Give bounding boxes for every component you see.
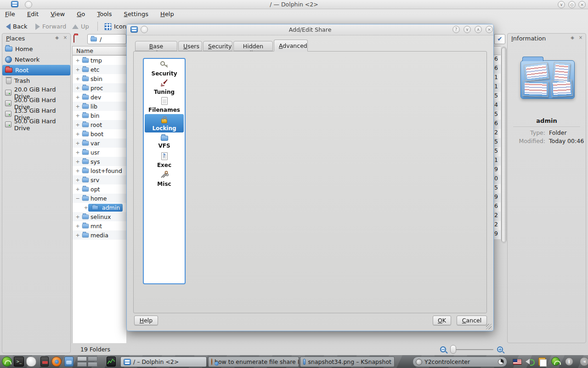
tree-row[interactable]: +root <box>73 120 126 129</box>
sidebar-item-trash[interactable]: Trash <box>2 75 70 86</box>
up-button[interactable]: Up <box>69 21 92 32</box>
pager-cell[interactable] <box>77 362 87 367</box>
firefox-icon[interactable] <box>51 356 62 367</box>
expander-icon[interactable]: + <box>75 177 80 183</box>
tree-row[interactable]: +var <box>73 138 126 148</box>
tree-row[interactable]: +opt <box>73 184 126 194</box>
tree-row[interactable]: +usr <box>73 148 126 157</box>
suse-mascot-icon[interactable] <box>26 356 36 367</box>
expander-icon[interactable]: + <box>75 94 80 100</box>
tab-advanced[interactable]: Advanced <box>274 40 308 52</box>
close-icon[interactable]: × <box>486 26 493 33</box>
zoom-out-icon[interactable]: − <box>440 346 446 352</box>
dialog-titlebar[interactable]: Add/Edit Share ? ∨ ∧ × <box>127 24 493 35</box>
expander-icon[interactable]: + <box>75 58 80 63</box>
tree-row[interactable]: +selinux <box>73 212 126 221</box>
sidebar-item-tuning[interactable]: Tuning <box>144 77 185 96</box>
tree-row[interactable]: +bin <box>73 111 126 120</box>
system-monitor-icon[interactable] <box>107 356 116 367</box>
tree-row[interactable]: +media <box>73 230 126 240</box>
help-window-icon[interactable]: ? <box>452 26 460 33</box>
tree-row[interactable]: +sbin <box>73 74 126 83</box>
zoom-slider-track[interactable] <box>451 349 493 350</box>
taskbar-entry-ksnapshot[interactable]: snapshot34.png – KSnapshot <box>300 356 395 367</box>
terminal-icon[interactable]: >_ <box>14 356 24 367</box>
tree-row[interactable]: +lost+found <box>73 166 126 175</box>
expander-icon[interactable]: + <box>75 159 80 165</box>
tree-row[interactable]: +etc <box>73 65 126 74</box>
expander-icon[interactable]: + <box>75 131 80 137</box>
sidebar-item-security[interactable]: Security <box>144 59 185 77</box>
zoom-in-icon[interactable]: + <box>497 346 503 352</box>
pager-cell[interactable] <box>88 356 97 361</box>
float-panel-icon[interactable]: ◈ <box>54 35 60 40</box>
back-button[interactable]: Back <box>3 21 31 32</box>
desktop-pager[interactable] <box>77 356 97 367</box>
volume-icon[interactable] <box>526 359 530 364</box>
menu-file[interactable]: File <box>0 9 20 17</box>
window-titlebar[interactable]: / — Dolphin <2> ∨ ◇ × <box>0 0 588 9</box>
close-panel-icon[interactable]: × <box>62 35 68 40</box>
sidebar-item-vfs[interactable]: VFS <box>144 132 185 151</box>
close-panel-icon[interactable]: × <box>577 35 584 40</box>
close-icon[interactable]: × <box>578 1 586 8</box>
location-bar[interactable]: / <box>87 34 126 44</box>
menu-help[interactable]: Help <box>155 9 179 17</box>
resize-grip[interactable] <box>486 324 492 329</box>
expander-icon[interactable]: + <box>75 232 80 238</box>
expander-icon[interactable]: − <box>75 196 80 201</box>
expander-icon[interactable]: + <box>75 67 80 73</box>
ok-button[interactable]: OK <box>433 316 451 325</box>
cancel-button[interactable]: Cancel <box>457 316 487 325</box>
tree-row-admin[interactable]: +admin <box>73 203 126 212</box>
tree-row[interactable]: +dev <box>73 92 126 102</box>
tree-row[interactable]: +boot <box>73 129 126 138</box>
sidebar-item-misc[interactable]: Misc <box>144 169 185 188</box>
float-panel-icon[interactable]: ◈ <box>569 35 576 40</box>
panel-hide-icon[interactable]: ◂ <box>580 357 588 366</box>
taskbar-entry-firefox[interactable]: how to enumerate file share I <box>208 356 299 367</box>
scrollbar-thumb[interactable] <box>502 47 506 242</box>
minimize-icon[interactable]: ∨ <box>558 1 565 8</box>
info-tray-icon[interactable]: i <box>565 357 573 366</box>
sidebar-item-drive-50b[interactable]: 50.0 GiB Hard Drive <box>2 119 70 130</box>
zoom-slider-handle[interactable] <box>450 345 456 354</box>
pager-cell[interactable] <box>88 362 97 367</box>
package-tool-icon[interactable] <box>40 356 49 367</box>
tab-base-settings[interactable]: Base Settings <box>135 41 177 51</box>
root-folder-icon[interactable] <box>74 35 74 43</box>
column-header-name[interactable]: Name <box>72 46 126 55</box>
expander-icon[interactable]: + <box>75 122 80 128</box>
tree-row[interactable]: +tmp <box>73 56 126 65</box>
expander-icon[interactable]: + <box>75 76 80 82</box>
tab-users[interactable]: Users <box>178 41 202 51</box>
forward-button[interactable]: Forward <box>32 21 69 32</box>
expander-icon[interactable]: + <box>75 140 80 146</box>
sidebar-item-network[interactable]: Network <box>2 54 70 65</box>
menu-settings[interactable]: Settings <box>119 9 153 17</box>
sidebar-item-root[interactable]: Root <box>2 65 70 75</box>
sidebar-item-home[interactable]: Home <box>2 44 70 54</box>
menu-view[interactable]: View <box>45 9 70 17</box>
location-accept-icon[interactable]: ✔ <box>494 34 505 44</box>
expander-icon[interactable]: + <box>75 85 80 91</box>
expander-icon[interactable]: + <box>75 168 80 174</box>
opensuse-launcher-icon[interactable] <box>2 356 12 367</box>
expander-icon[interactable]: + <box>75 214 80 220</box>
shade-icon[interactable]: ∨ <box>464 26 471 33</box>
sidebar-item-exec[interactable]: ? Exec <box>144 151 185 169</box>
tree-row[interactable]: +sys <box>73 157 126 166</box>
expander-icon[interactable]: + <box>75 113 80 119</box>
sidebar-item-locking[interactable]: Locking <box>145 114 184 132</box>
help-button[interactable]: Help <box>134 316 158 325</box>
pager-cell-active[interactable] <box>77 356 87 361</box>
menu-tools[interactable]: Tools <box>92 9 117 17</box>
tab-security[interactable]: Security <box>203 41 232 51</box>
tree-row[interactable]: +mnt <box>73 221 126 230</box>
updater-geeko-icon[interactable] <box>551 357 560 366</box>
taskbar-entry-dolphin[interactable]: / – Dolphin <2> <box>120 356 207 367</box>
expander-icon[interactable]: + <box>84 205 88 211</box>
sidebar-item-filenames[interactable]: Filenames <box>144 96 185 114</box>
expander-icon[interactable]: + <box>75 186 80 192</box>
selected-item-chip[interactable]: admin <box>88 204 123 212</box>
